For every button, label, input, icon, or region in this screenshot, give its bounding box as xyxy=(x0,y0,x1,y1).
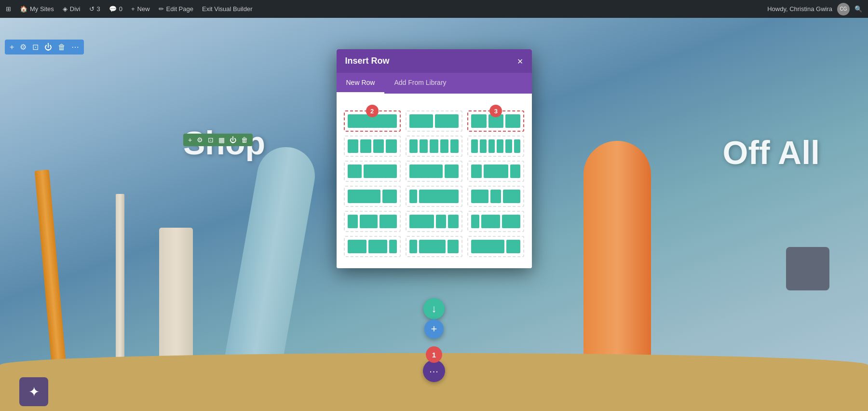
modal-close-button[interactable]: × xyxy=(517,56,523,66)
layout-2col[interactable] xyxy=(406,110,462,132)
badge-2: 2 xyxy=(366,105,379,117)
col-block xyxy=(484,164,508,178)
col-block xyxy=(348,139,359,153)
col-block xyxy=(409,164,443,178)
col-block xyxy=(409,114,433,128)
col-block xyxy=(480,139,487,153)
my-sites-link[interactable]: 🏠 My Sites xyxy=(20,5,54,13)
col-block xyxy=(481,215,500,228)
layout-2-1-2col-v2[interactable] xyxy=(406,236,462,257)
wp-logo[interactable]: ⊞ xyxy=(6,5,11,13)
col-block xyxy=(409,240,417,253)
tab-new-row[interactable]: New Row xyxy=(337,73,385,94)
layout-2-2-1col[interactable] xyxy=(344,236,401,257)
col-block xyxy=(430,139,438,153)
layout-row-4 xyxy=(344,211,525,232)
tab-add-from-library[interactable]: Add From Library xyxy=(384,73,456,94)
divi-icon: ◈ xyxy=(63,5,68,13)
layout-1-2-2col[interactable] xyxy=(344,211,401,232)
layout-4col[interactable] xyxy=(344,136,401,157)
layout-row-0: 2 3 xyxy=(344,110,525,132)
layout-3-1col[interactable] xyxy=(344,186,401,207)
layout-6col[interactable] xyxy=(467,136,524,157)
edit-page-link[interactable]: ✏ Edit Page xyxy=(159,5,193,13)
modal-overlay: Insert Row × New Row Add From Library 2 xyxy=(0,18,868,411)
home-icon: 🏠 xyxy=(20,5,27,13)
layout-row-3 xyxy=(344,186,525,207)
layout-1col[interactable]: 2 xyxy=(344,110,401,132)
layout-1-2-1col[interactable] xyxy=(467,161,524,182)
admin-bar-right: Howdy, Christina Gwira CG 🔍 xyxy=(767,3,862,15)
col-block xyxy=(505,114,520,128)
col-block xyxy=(389,240,397,253)
layout-2-1-1col[interactable] xyxy=(406,211,462,232)
col-block xyxy=(436,215,447,228)
layout-2-1col[interactable] xyxy=(406,161,462,182)
col-block xyxy=(490,190,501,203)
page-content: ✦ Shop Off All + ⚙ ⊡ ⏻ 🗑 ⋯ + ⚙ ⊡ ▦ ⏻ 🗑 ↓… xyxy=(0,18,868,411)
col-block xyxy=(471,190,488,203)
col-block xyxy=(360,139,371,153)
admin-bar: ⊞ 🏠 My Sites ◈ Divi ↺ 3 💬 0 + New ✏ Edit… xyxy=(0,0,868,18)
col-block xyxy=(419,190,459,203)
col-block xyxy=(380,215,397,228)
layout-row-2 xyxy=(344,161,525,182)
layout-1-3-3col[interactable] xyxy=(467,211,524,232)
col-block xyxy=(488,139,495,153)
layout-3col[interactable]: 3 xyxy=(467,110,524,132)
updates-link[interactable]: ↺ 3 xyxy=(89,5,100,13)
insert-row-modal: Insert Row × New Row Add From Library 2 xyxy=(337,49,532,268)
col-block xyxy=(471,215,479,228)
col-block xyxy=(348,215,358,228)
user-greeting: Howdy, Christina Gwira xyxy=(767,5,832,13)
comments-link[interactable]: 💬 0 xyxy=(109,5,122,13)
col-block xyxy=(471,240,504,253)
col-block xyxy=(348,164,362,178)
layout-5col[interactable] xyxy=(406,136,462,157)
col-block xyxy=(419,240,446,253)
new-link[interactable]: + New xyxy=(131,5,150,13)
col-block xyxy=(382,190,397,203)
col-block xyxy=(497,139,503,153)
col-block xyxy=(373,139,384,153)
col-block xyxy=(368,240,387,253)
layout-row-5 xyxy=(344,236,525,257)
col-block xyxy=(505,139,512,153)
search-icon[interactable]: 🔍 xyxy=(854,5,862,13)
modal-tabs: New Row Add From Library xyxy=(337,73,532,94)
updates-icon: ↺ xyxy=(89,5,95,13)
col-block xyxy=(506,240,521,253)
badge-3: 3 xyxy=(489,105,502,117)
layout-3-2col[interactable] xyxy=(467,236,524,257)
comments-icon: 💬 xyxy=(109,5,117,13)
col-block xyxy=(471,139,478,153)
edit-icon: ✏ xyxy=(159,5,164,13)
col-block xyxy=(364,164,397,178)
col-block xyxy=(435,114,459,128)
col-block xyxy=(510,164,521,178)
layout-1-3col[interactable] xyxy=(406,186,462,207)
col-block xyxy=(503,190,520,203)
layout-2-1-2col[interactable] xyxy=(467,186,524,207)
exit-builder-link[interactable]: Exit Visual Builder xyxy=(202,5,253,13)
col-block xyxy=(445,164,459,178)
col-block xyxy=(448,215,459,228)
new-icon: + xyxy=(131,5,135,13)
col-block xyxy=(440,139,448,153)
col-block xyxy=(450,139,459,153)
divi-link[interactable]: ◈ Divi xyxy=(63,5,81,13)
col-block xyxy=(420,139,428,153)
col-block xyxy=(360,215,377,228)
col-block xyxy=(409,190,417,203)
layout-1-2col[interactable] xyxy=(344,161,401,182)
wp-icon: ⊞ xyxy=(6,5,11,13)
col-block xyxy=(448,240,459,253)
col-block xyxy=(471,164,482,178)
col-block xyxy=(348,240,366,253)
col-block xyxy=(514,139,521,153)
avatar[interactable]: CG xyxy=(837,3,850,15)
col-block xyxy=(409,215,434,228)
modal-body: 2 3 xyxy=(337,94,532,268)
layout-row-1 xyxy=(344,136,525,157)
modal-title: Insert Row xyxy=(345,56,390,66)
